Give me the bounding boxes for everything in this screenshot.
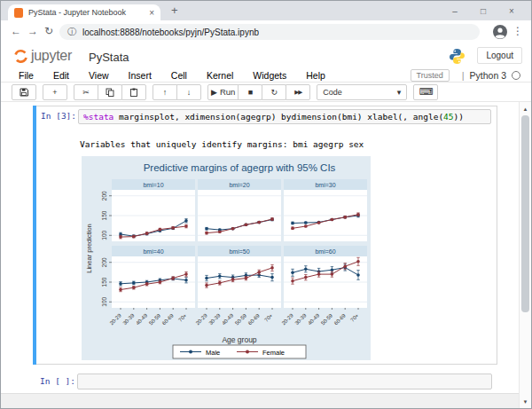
svg-text:bmi=20: bmi=20 (229, 182, 249, 188)
vertical-scrollbar[interactable]: ▲ ▼ (519, 102, 531, 408)
copy-cell-button[interactable] (98, 84, 122, 100)
page-bottom-margin (1, 393, 531, 408)
kernel-name: Python 3 (470, 70, 506, 81)
svg-text:Female: Female (262, 349, 285, 357)
tab-title: PyStata - Jupyter Notebook (28, 8, 145, 17)
code-number: 45 (443, 112, 453, 122)
scrollbar-up-icon[interactable]: ▲ (520, 103, 531, 114)
browser-tab[interactable]: PyStata - Jupyter Notebook × (8, 4, 160, 20)
code-magic: %stata (83, 112, 113, 122)
kernel-status-icon (512, 71, 520, 80)
reload-button[interactable]: ↻ (44, 25, 53, 37)
page-info-icon[interactable]: ⓘ (67, 26, 76, 38)
empty-code-cell[interactable]: In [ ]: (33, 372, 497, 392)
menu-item-widgets[interactable]: Widgets (253, 70, 286, 81)
move-cell-down-button[interactable]: ↓ (176, 84, 201, 100)
logout-button[interactable]: Logout (477, 47, 522, 64)
forward-button[interactable]: → (27, 25, 38, 37)
move-cell-up-button[interactable]: ↑ (153, 84, 177, 100)
python-logo-icon (449, 48, 466, 68)
jupyter-logo-icon[interactable] (13, 49, 28, 67)
menu-item-file[interactable]: File (19, 70, 34, 81)
run-button[interactable]: ▶Run (207, 84, 239, 100)
svg-text:bmi=60: bmi=60 (315, 248, 335, 255)
svg-text:Male: Male (206, 349, 220, 357)
keyboard-icon: ⌨ (419, 86, 433, 98)
trusted-badge[interactable]: Trusted (411, 69, 450, 82)
menu-item-edit[interactable]: Edit (53, 70, 69, 81)
svg-text:150: 150 (101, 210, 107, 220)
restart-run-all-button[interactable]: ▶▶ (286, 84, 310, 100)
scrollbar-down-icon[interactable]: ▼ (520, 396, 531, 407)
back-button[interactable]: ← (11, 25, 21, 37)
svg-text:200: 200 (101, 191, 107, 201)
code-tail: )) (454, 112, 464, 122)
notebook-area: In [3]: %stata marginsplot, xdimension(a… (1, 102, 531, 408)
new-tab-button[interactable]: + (171, 4, 178, 17)
browser-url-bar: ← → ↻ ⓘ localhost:8888/notebooks/pyjn/Py… (1, 20, 531, 44)
notebook-favicon-icon (14, 8, 23, 18)
cell-type-value: Code (323, 88, 342, 97)
menu-item-kernel[interactable]: Kernel (207, 70, 233, 81)
svg-text:Predictive margins of agegrp w: Predictive margins of agegrp with 95% CI… (144, 162, 336, 173)
svg-text:bmi=40: bmi=40 (143, 248, 163, 255)
cut-cell-button[interactable]: ✂ (74, 84, 98, 100)
input-prompt: In [3]: (41, 111, 76, 121)
svg-text:bmi=30: bmi=30 (315, 182, 335, 188)
svg-text:100: 100 (101, 230, 107, 240)
menu-item-help[interactable]: Help (306, 70, 325, 81)
svg-text:200: 200 (101, 257, 107, 267)
address-input[interactable]: ⓘ localhost:8888/notebooks/pyjn/PyStata.… (59, 24, 480, 40)
chevron-down-icon: ▾ (397, 88, 402, 97)
restart-kernel-button[interactable]: ↻ (262, 84, 286, 100)
svg-text:100: 100 (101, 296, 107, 306)
svg-text:150: 150 (101, 277, 107, 287)
browser-menu-icon[interactable]: ⋮ (512, 25, 523, 37)
paste-cell-button[interactable] (121, 84, 146, 100)
notebook-menu-bar: File Edit View Insert Cell Kernel Widget… (1, 69, 531, 83)
cell-type-select[interactable]: Code▾ (317, 84, 407, 100)
add-cell-button[interactable]: + (43, 84, 67, 100)
stop-button[interactable]: ■ (238, 84, 262, 100)
notebook-toolbar: + ✂ ↑ ↓ ▶Run ■ ↻ ▶▶ Code▾ ⌨ (1, 83, 531, 102)
window-close-button[interactable]: × (497, 1, 526, 20)
window-minimize-button[interactable]: – (441, 1, 469, 20)
browser-title-bar: PyStata - Jupyter Notebook × + – □ × (1, 1, 531, 20)
code-body: marginsplot, xdimension(agegrp) bydimens… (113, 112, 443, 122)
run-label: Run (220, 87, 235, 97)
profile-avatar[interactable] (493, 25, 507, 43)
svg-text:bmi=10: bmi=10 (143, 182, 163, 188)
code-input[interactable]: %stata marginsplot, xdimension(agegrp) b… (78, 109, 491, 124)
svg-text:Linear prediction: Linear prediction (85, 224, 93, 272)
play-icon: ▶ (211, 88, 217, 97)
stata-chart-output: Predictive margins of agegrp with 95% CI… (82, 156, 371, 360)
kernel-separator: | (462, 70, 465, 81)
menu-item-view[interactable]: View (89, 70, 109, 81)
empty-code-input[interactable] (77, 374, 492, 389)
tab-close-icon[interactable]: × (149, 8, 154, 18)
menu-item-insert[interactable]: Insert (129, 70, 152, 81)
menu-item-cell[interactable]: Cell (171, 70, 187, 81)
command-palette-button[interactable]: ⌨ (413, 84, 438, 100)
jupyter-logo-text[interactable]: jupyter (31, 48, 72, 64)
svg-text:Age group: Age group (222, 335, 256, 344)
cell-output-text: Variables that uniquely identify margins… (80, 139, 364, 149)
code-cell[interactable]: In [3]: %stata marginsplot, xdimension(a… (33, 106, 497, 365)
cell-selection-bar (33, 106, 36, 365)
window-maximize-button[interactable]: □ (469, 1, 497, 20)
empty-input-prompt: In [ ]: (40, 376, 75, 386)
save-button[interactable] (12, 84, 36, 100)
scrollbar-thumb[interactable] (521, 115, 529, 312)
jupyter-header: jupyter PyStata Logout (1, 43, 531, 69)
url-text: localhost:8888/notebooks/pyjn/PyStata.ip… (82, 28, 259, 37)
svg-text:bmi=50: bmi=50 (229, 248, 249, 255)
notebook-title[interactable]: PyStata (89, 51, 129, 64)
